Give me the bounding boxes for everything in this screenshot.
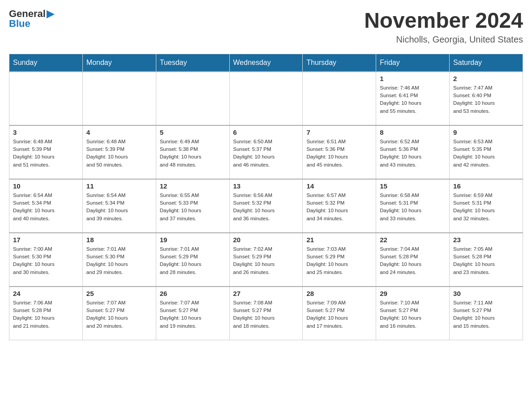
calendar-cell: 26Sunrise: 7:07 AM Sunset: 5:27 PM Dayli… — [156, 287, 229, 340]
calendar-week-row-0: 1Sunrise: 7:46 AM Sunset: 6:41 PM Daylig… — [9, 72, 523, 125]
calendar-cell: 18Sunrise: 7:01 AM Sunset: 5:30 PM Dayli… — [82, 233, 156, 287]
calendar-cell: 1Sunrise: 7:46 AM Sunset: 6:41 PM Daylig… — [376, 72, 450, 125]
calendar-cell: 3Sunrise: 6:48 AM Sunset: 5:39 PM Daylig… — [9, 125, 83, 179]
day-number: 28 — [306, 290, 372, 297]
day-info: Sunrise: 6:53 AM Sunset: 5:35 PM Dayligh… — [453, 138, 519, 169]
logo-blue-text: Blue — [9, 18, 30, 29]
calendar-cell — [156, 72, 229, 125]
day-number: 10 — [13, 182, 79, 190]
header-monday: Monday — [82, 54, 156, 72]
day-info: Sunrise: 7:02 AM Sunset: 5:29 PM Dayligh… — [233, 245, 299, 276]
calendar-week-row-1: 3Sunrise: 6:48 AM Sunset: 5:39 PM Daylig… — [9, 125, 523, 179]
day-info: Sunrise: 6:51 AM Sunset: 5:36 PM Dayligh… — [306, 138, 372, 169]
calendar-cell: 27Sunrise: 7:08 AM Sunset: 5:27 PM Dayli… — [229, 287, 303, 340]
day-info: Sunrise: 7:03 AM Sunset: 5:29 PM Dayligh… — [306, 245, 372, 276]
calendar-cell: 4Sunrise: 6:48 AM Sunset: 5:39 PM Daylig… — [82, 125, 156, 179]
header-wednesday: Wednesday — [229, 54, 303, 72]
day-info: Sunrise: 7:00 AM Sunset: 5:30 PM Dayligh… — [13, 245, 79, 276]
calendar-cell: 19Sunrise: 7:01 AM Sunset: 5:29 PM Dayli… — [156, 233, 229, 287]
day-info: Sunrise: 7:01 AM Sunset: 5:29 PM Dayligh… — [160, 245, 226, 276]
day-number: 6 — [233, 128, 299, 136]
day-number: 3 — [13, 128, 79, 136]
day-number: 29 — [380, 290, 446, 297]
day-number: 9 — [453, 128, 519, 136]
day-info: Sunrise: 7:09 AM Sunset: 5:27 PM Dayligh… — [306, 299, 372, 330]
calendar-cell — [82, 72, 156, 125]
day-info: Sunrise: 6:48 AM Sunset: 5:39 PM Dayligh… — [86, 138, 152, 169]
day-info: Sunrise: 7:08 AM Sunset: 5:27 PM Dayligh… — [233, 299, 299, 330]
day-number: 20 — [233, 236, 299, 244]
day-number: 4 — [86, 128, 152, 136]
day-info: Sunrise: 7:46 AM Sunset: 6:41 PM Dayligh… — [380, 84, 446, 115]
day-info: Sunrise: 6:49 AM Sunset: 5:38 PM Dayligh… — [160, 138, 226, 169]
calendar-cell: 7Sunrise: 6:51 AM Sunset: 5:36 PM Daylig… — [303, 125, 376, 179]
day-number: 15 — [380, 182, 446, 190]
calendar-week-row-2: 10Sunrise: 6:54 AM Sunset: 5:34 PM Dayli… — [9, 179, 523, 233]
day-number: 2 — [453, 75, 519, 82]
day-info: Sunrise: 7:11 AM Sunset: 5:27 PM Dayligh… — [453, 299, 519, 330]
calendar-cell: 13Sunrise: 6:56 AM Sunset: 5:32 PM Dayli… — [229, 179, 303, 233]
header-tuesday: Tuesday — [156, 54, 229, 72]
day-number: 23 — [453, 236, 519, 244]
header-sunday: Sunday — [9, 54, 83, 72]
day-info: Sunrise: 7:06 AM Sunset: 5:28 PM Dayligh… — [13, 299, 79, 330]
calendar-cell: 11Sunrise: 6:54 AM Sunset: 5:34 PM Dayli… — [82, 179, 156, 233]
day-info: Sunrise: 6:56 AM Sunset: 5:32 PM Dayligh… — [233, 192, 299, 223]
header-thursday: Thursday — [303, 54, 376, 72]
day-info: Sunrise: 7:10 AM Sunset: 5:27 PM Dayligh… — [380, 299, 446, 330]
calendar-cell: 29Sunrise: 7:10 AM Sunset: 5:27 PM Dayli… — [376, 287, 450, 340]
day-info: Sunrise: 6:59 AM Sunset: 5:31 PM Dayligh… — [453, 192, 519, 223]
logo-arrow-icon — [47, 10, 55, 18]
calendar-cell: 17Sunrise: 7:00 AM Sunset: 5:30 PM Dayli… — [9, 233, 83, 287]
day-number: 25 — [86, 290, 152, 297]
page-header: General Blue November 2024 Nicholls, Geo… — [9, 9, 523, 45]
calendar-cell: 9Sunrise: 6:53 AM Sunset: 5:35 PM Daylig… — [450, 125, 523, 179]
day-number: 8 — [380, 128, 446, 136]
calendar-cell: 28Sunrise: 7:09 AM Sunset: 5:27 PM Dayli… — [303, 287, 376, 340]
calendar-cell: 21Sunrise: 7:03 AM Sunset: 5:29 PM Dayli… — [303, 233, 376, 287]
calendar-cell: 16Sunrise: 6:59 AM Sunset: 5:31 PM Dayli… — [450, 179, 523, 233]
svg-marker-0 — [47, 10, 55, 18]
day-number: 1 — [380, 75, 446, 82]
day-info: Sunrise: 6:58 AM Sunset: 5:31 PM Dayligh… — [380, 192, 446, 223]
day-number: 30 — [453, 290, 519, 297]
day-info: Sunrise: 6:54 AM Sunset: 5:34 PM Dayligh… — [86, 192, 152, 223]
day-info: Sunrise: 6:50 AM Sunset: 5:37 PM Dayligh… — [233, 138, 299, 169]
day-number: 5 — [160, 128, 226, 136]
day-info: Sunrise: 6:48 AM Sunset: 5:39 PM Dayligh… — [13, 138, 79, 169]
calendar-cell: 25Sunrise: 7:07 AM Sunset: 5:27 PM Dayli… — [82, 287, 156, 340]
calendar-cell: 22Sunrise: 7:04 AM Sunset: 5:28 PM Dayli… — [376, 233, 450, 287]
logo: General Blue — [9, 9, 55, 29]
day-info: Sunrise: 7:07 AM Sunset: 5:27 PM Dayligh… — [160, 299, 226, 330]
calendar-cell: 10Sunrise: 6:54 AM Sunset: 5:34 PM Dayli… — [9, 179, 83, 233]
day-number: 12 — [160, 182, 226, 190]
calendar-cell: 24Sunrise: 7:06 AM Sunset: 5:28 PM Dayli… — [9, 287, 83, 340]
calendar-cell: 5Sunrise: 6:49 AM Sunset: 5:38 PM Daylig… — [156, 125, 229, 179]
title-section: November 2024 Nicholls, Georgia, United … — [364, 9, 523, 45]
calendar-cell: 14Sunrise: 6:57 AM Sunset: 5:32 PM Dayli… — [303, 179, 376, 233]
calendar-cell: 12Sunrise: 6:55 AM Sunset: 5:33 PM Dayli… — [156, 179, 229, 233]
day-number: 26 — [160, 290, 226, 297]
day-number: 14 — [306, 182, 372, 190]
calendar-cell — [9, 72, 83, 125]
day-number: 11 — [86, 182, 152, 190]
calendar-cell: 2Sunrise: 7:47 AM Sunset: 6:40 PM Daylig… — [450, 72, 523, 125]
calendar-cell: 30Sunrise: 7:11 AM Sunset: 5:27 PM Dayli… — [450, 287, 523, 340]
calendar-week-row-3: 17Sunrise: 7:00 AM Sunset: 5:30 PM Dayli… — [9, 233, 523, 287]
calendar-table: Sunday Monday Tuesday Wednesday Thursday… — [9, 54, 523, 341]
calendar-header-row: Sunday Monday Tuesday Wednesday Thursday… — [9, 54, 523, 72]
calendar-cell — [303, 72, 376, 125]
calendar-cell — [229, 72, 303, 125]
day-number: 18 — [86, 236, 152, 244]
logo-general-text: General — [9, 9, 46, 19]
day-number: 17 — [13, 236, 79, 244]
day-info: Sunrise: 7:04 AM Sunset: 5:28 PM Dayligh… — [380, 245, 446, 276]
calendar-week-row-4: 24Sunrise: 7:06 AM Sunset: 5:28 PM Dayli… — [9, 287, 523, 340]
day-number: 22 — [380, 236, 446, 244]
day-number: 27 — [233, 290, 299, 297]
day-number: 19 — [160, 236, 226, 244]
calendar-cell: 20Sunrise: 7:02 AM Sunset: 5:29 PM Dayli… — [229, 233, 303, 287]
header-saturday: Saturday — [450, 54, 523, 72]
calendar-cell: 6Sunrise: 6:50 AM Sunset: 5:37 PM Daylig… — [229, 125, 303, 179]
calendar-cell: 15Sunrise: 6:58 AM Sunset: 5:31 PM Dayli… — [376, 179, 450, 233]
